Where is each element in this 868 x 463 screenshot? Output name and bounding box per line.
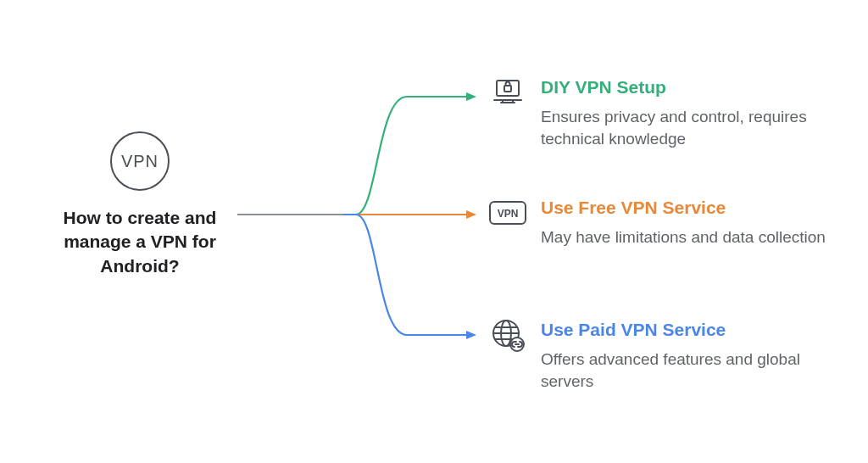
option-diy: DIY VPN Setup Ensures privacy and contro… (488, 75, 836, 149)
option-paid: Use Paid VPN Service Offers advanced fea… (488, 317, 836, 392)
arrowhead-paid (466, 331, 476, 339)
vpn-circle-label: VPN (121, 152, 159, 171)
arrowhead-diy (466, 92, 476, 101)
vpn-badge-icon: VPN (488, 193, 527, 232)
source-question-text: How to create and manage a VPN for Andro… (51, 206, 229, 278)
svg-rect-0 (497, 81, 519, 96)
branch-arrows (237, 51, 483, 390)
option-diy-desc: Ensures privacy and control, requires te… (541, 106, 836, 149)
option-free-content: Use Free VPN Service May have limitation… (541, 195, 836, 248)
option-diy-content: DIY VPN Setup Ensures privacy and contro… (541, 75, 836, 149)
option-free-title: Use Free VPN Service (541, 197, 836, 218)
svg-rect-1 (504, 86, 511, 92)
laptop-lock-icon (488, 73, 527, 112)
option-diy-title: DIY VPN Setup (541, 76, 836, 98)
arrow-path-paid (343, 215, 466, 335)
svg-text:VPN: VPN (498, 208, 519, 220)
source-node: VPN How to create and manage a VPN for A… (51, 131, 229, 278)
globe-link-icon (488, 315, 527, 354)
option-paid-content: Use Paid VPN Service Offers advanced fea… (541, 317, 836, 392)
vpn-circle-icon: VPN (110, 131, 170, 191)
option-paid-desc: Offers advanced features and global serv… (541, 349, 836, 392)
diagram-container: VPN How to create and manage a VPN for A… (0, 0, 868, 463)
option-paid-title: Use Paid VPN Service (541, 319, 836, 340)
option-free: VPN Use Free VPN Service May have limita… (488, 195, 836, 248)
arrow-path-diy (343, 97, 466, 215)
option-free-desc: May have limitations and data collection (541, 226, 836, 248)
arrowhead-free (466, 210, 476, 219)
